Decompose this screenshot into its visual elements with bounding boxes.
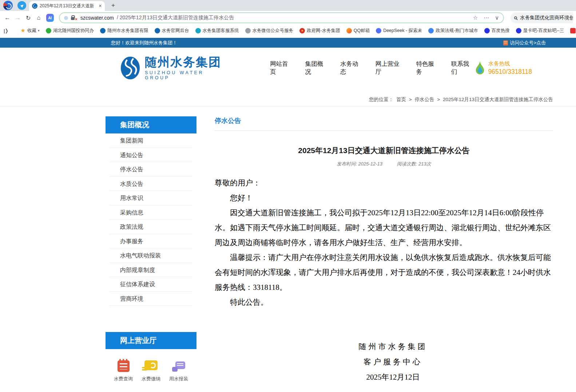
bookmark-item[interactable]: 政策法规-荆门市城市 (428, 28, 478, 34)
search-text: 水务集团优化营商环境创 (520, 15, 573, 21)
bookmark-item[interactable]: 水务集团客服系统 (195, 28, 239, 34)
new-tab-button[interactable]: + (108, 1, 118, 10)
publish-date: 发布时间: 2025-12-13 (337, 161, 382, 167)
bookmark-star-icon[interactable]: ☆ (473, 15, 478, 21)
breadcrumb: 您的位置： 首页 > 停水公告 > 2025年12月13日交通大道新旧管连接施工… (106, 88, 553, 103)
site-favicon-icon (32, 3, 37, 9)
sidebar-item-water-knowledge[interactable]: 用水常识 (110, 191, 192, 205)
back-icon[interactable]: ← (3, 13, 12, 23)
signature-block: 随州市水务集团 客户服务中心 2025年12月12日 (335, 339, 451, 385)
browser-toolbar: ← → ↻ ⌂ AI ✕ szcswater.com / 2025年12月13日… (0, 11, 576, 25)
insecure-lock-icon[interactable] (71, 17, 75, 20)
nav-contact-us[interactable]: 联系我们 (450, 58, 474, 78)
insecure-x-icon: ✕ (75, 17, 78, 21)
sidebar-section-title: 网上营业厅 (106, 332, 196, 349)
bookmark-item[interactable]: QQ邮箱 (346, 28, 370, 34)
sidebar-item-group-news[interactable]: 集团新闻 (110, 133, 192, 148)
browser-logo-icon[interactable] (3, 1, 13, 10)
url-domain: szcswater.com (80, 15, 114, 21)
telegram-icon[interactable]: ▶ (17, 1, 26, 10)
signature-org: 随州市水务集团 (335, 339, 451, 354)
paper-plane-icon: ▶ (20, 3, 24, 8)
baidu-paw-icon (516, 28, 521, 33)
bookmark-label: 水务官网后台 (162, 28, 189, 34)
wechat-account-link[interactable]: 访问公众号>点击 (503, 40, 546, 46)
bookmark-item[interactable]: 水务微信公众号服务 (245, 28, 294, 34)
view-count: 阅读次数: 213次 (397, 161, 431, 167)
bookmark-label: 水务集团客服系统 (203, 28, 239, 34)
breadcrumb-sep: > (437, 97, 440, 102)
bookmark-item[interactable]: ★政府网-水务集团 (299, 28, 340, 34)
ai-assistant-icon[interactable]: AI (46, 14, 54, 22)
service-installation[interactable]: 用水报装 (165, 358, 192, 382)
welcome-text: 您好！欢迎来到随州水务集团！ (111, 40, 177, 46)
sidebar-item-outage-notices[interactable]: 停水公告 (110, 162, 192, 177)
bookmark-label: 湖北随州国投协同办 (53, 28, 94, 34)
breadcrumb-row: 您的位置： 首页 > 停水公告 > 2025年12月13日交通大道新旧管连接施工… (0, 88, 576, 107)
url-bar[interactable]: ✕ szcswater.com / 2025年12月13日交通大道新旧管连接施工… (59, 12, 504, 23)
bookmark-item[interactable]: 随州市水务集团有限 (100, 28, 148, 34)
bookmark-item[interactable]: 湖北随州国投协同办 (46, 28, 94, 34)
sidebar-item-procurement[interactable]: 采购信息 (110, 205, 192, 220)
forward-icon[interactable]: → (13, 13, 23, 23)
category-title: 停水公告 (215, 116, 553, 131)
url-path: / 2025年12月13日交通大道新旧管连接施工停水公告 (117, 15, 234, 21)
tab-title: 2025年12月13日交通大道新 (40, 3, 96, 9)
sidebar-item-notices[interactable]: 通知公告 (110, 148, 192, 163)
page-info-icon[interactable] (64, 16, 68, 20)
sidebar-item-business-env[interactable]: 营商环境 (110, 292, 192, 306)
sidebar-toggle-icon[interactable]: |❭ (4, 28, 8, 33)
reload-icon[interactable]: ↻ (24, 13, 33, 23)
bookmark-item[interactable]: 百度热搜 (484, 28, 510, 34)
qr-link-label: 访问公众号>点击 (510, 40, 546, 46)
caret-down-icon: ▾ (38, 29, 40, 32)
paragraph: 您好！ (215, 191, 553, 205)
home-icon[interactable]: ⌂ (34, 13, 43, 23)
hotline-label: 水务热线 (488, 60, 532, 67)
bookmark-label: 随州市水务集团有限 (107, 28, 148, 34)
sidebar-item-internal-rules[interactable]: 内部规章制度 (110, 263, 192, 277)
welcome-bar: 您好！欢迎来到随州水务集团！ 访问公众号>点击 (0, 38, 576, 48)
article-body: 尊敬的用户： 您好！ 因交通大道新旧管连接施工，我公司拟于2025年12月13日… (215, 176, 553, 310)
service-system-icon (195, 28, 201, 33)
bookmark-item[interactable]: 显卡吧-百度贴吧--三 (516, 28, 564, 34)
bookmark-item[interactable]: 水务官网后台 (155, 28, 189, 34)
nav-water-news[interactable]: 水务动态 (339, 58, 364, 78)
sidebar-item-credit-system[interactable]: 征信体系建设 (110, 277, 192, 292)
sidebar-item-joint-installation[interactable]: 水电气联动报装 (110, 248, 192, 263)
gongwenbao-icon (570, 28, 576, 33)
breadcrumb-sep: > (409, 97, 412, 102)
notepad-icon (503, 40, 508, 45)
signature-dept: 客户服务中心 (335, 354, 451, 369)
breadcrumb-current: 2025年12月13日交通大道新旧管连接施工停水公告 (443, 97, 553, 102)
service-label: 用水报装 (169, 376, 188, 382)
dropdown-chevron-icon[interactable]: ∨ (495, 15, 499, 21)
breadcrumb-home-link[interactable]: 首页 (396, 97, 406, 102)
tab-close-icon[interactable]: ✕ (99, 4, 102, 8)
gear-green-icon (46, 28, 51, 33)
quick-search-box[interactable]: 水务集团优化营商环境创 (511, 12, 573, 23)
service-bill-payment[interactable]: 水费缴纳 (138, 358, 164, 382)
nav-group-overview[interactable]: 集团概况 (304, 58, 328, 78)
nav-special-services[interactable]: 特色服务 (416, 58, 440, 78)
sidebar-item-services[interactable]: 办事服务 (110, 234, 192, 249)
site-logo[interactable]: 随州水务集团 SUIZHOU WATER GROUP (120, 56, 226, 80)
browser-tab[interactable]: 2025年12月13日交通大道新 ✕ (29, 1, 105, 11)
sidebar-menu: 集团新闻 通知公告 停水公告 水质公告 用水常识 采购信息 政策法规 办事服务 … (106, 133, 196, 306)
nav-home[interactable]: 网站首页 (269, 58, 293, 78)
nav-online-hall[interactable]: 网上营业厅 (375, 58, 404, 78)
bookmark-item[interactable]: 公文宝 (570, 28, 576, 34)
sidebar-item-water-quality[interactable]: 水质公告 (110, 177, 192, 191)
sidebar-item-policies[interactable]: 政策法规 (110, 220, 192, 234)
bookmark-item[interactable]: DeepSeek - 探索未 (376, 28, 422, 34)
baidu-paw-icon (484, 28, 490, 33)
bookmark-label: 显卡吧-百度贴吧--三 (523, 28, 564, 34)
article-title: 2025年12月13日交通大道新旧管连接施工停水公告 (215, 145, 553, 156)
bookmark-label: 百度热搜 (492, 28, 510, 34)
breadcrumb-category-link[interactable]: 停水公告 (415, 97, 434, 102)
water-group-icon (155, 28, 160, 33)
more-actions-icon[interactable]: ⋯ (484, 15, 489, 21)
service-bill-query[interactable]: 水费查询 (110, 358, 137, 382)
water-drop-icon (474, 60, 485, 76)
favorites-menu[interactable]: ★ 收藏 ▾ (21, 27, 40, 34)
